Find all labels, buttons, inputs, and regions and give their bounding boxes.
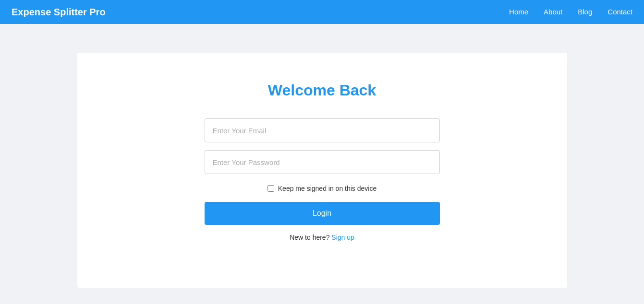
- login-card: Welcome Back Keep me signed in on this d…: [77, 53, 567, 288]
- new-here-text: New to here?: [290, 234, 329, 241]
- nav-links: Home About Blog Contact: [509, 8, 632, 16]
- email-input[interactable]: [205, 118, 440, 142]
- nav-home[interactable]: Home: [509, 8, 528, 16]
- nav-about[interactable]: About: [544, 8, 562, 16]
- signup-link[interactable]: Sign up: [331, 234, 354, 241]
- remember-me-row: Keep me signed in on this device: [267, 185, 377, 192]
- email-group: [205, 118, 440, 142]
- password-input[interactable]: [205, 150, 440, 174]
- navbar: Expense Splitter Pro Home About Blog Con…: [0, 0, 644, 24]
- page-content: Welcome Back Keep me signed in on this d…: [0, 24, 644, 304]
- nav-contact[interactable]: Contact: [608, 8, 632, 16]
- nav-blog[interactable]: Blog: [578, 8, 592, 16]
- welcome-title: Welcome Back: [268, 82, 376, 99]
- remember-me-label: Keep me signed in on this device: [278, 185, 377, 192]
- remember-me-checkbox[interactable]: [267, 185, 274, 192]
- signup-row: New to here? Sign up: [290, 234, 354, 241]
- brand-logo: Expense Splitter Pro: [12, 7, 106, 18]
- password-group: [205, 150, 440, 174]
- login-button[interactable]: Login: [205, 202, 440, 225]
